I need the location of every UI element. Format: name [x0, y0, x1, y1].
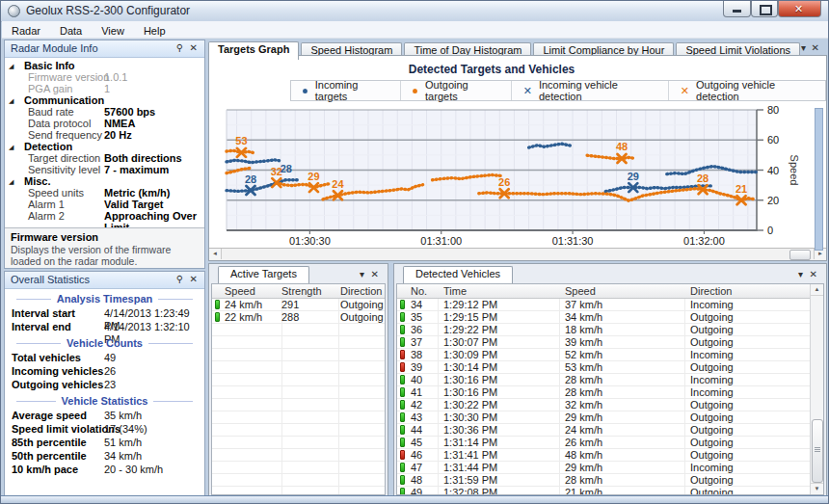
cell: Outgoing — [690, 424, 734, 437]
chart-horizontal-scrollbar[interactable]: ◄ ► — [209, 248, 826, 260]
property-row[interactable]: Send frequency20 Hz — [5, 129, 204, 141]
group-label: Detection — [24, 141, 72, 152]
property-group[interactable]: ◢Detection — [5, 141, 204, 152]
cell: 52 km/h — [565, 349, 602, 361]
svg-text:28: 28 — [281, 163, 292, 174]
stats-row: Interval end4/14/2013 1:32:10 PM — [5, 321, 204, 333]
maximize-button[interactable] — [751, 1, 778, 17]
column-header-no[interactable]: No. — [411, 285, 427, 297]
property-group[interactable]: ◢Basic Info — [5, 60, 204, 71]
chevron-down-icon[interactable]: ▾ — [360, 269, 364, 279]
cell: 47 — [411, 462, 422, 474]
stats-row: 10 km/h pace20 - 30 km/h — [5, 464, 204, 476]
property-row[interactable]: Baud rate57600 bps — [5, 106, 204, 118]
property-group[interactable]: ◢Misc. — [5, 175, 204, 187]
property-row[interactable]: Firmware version1.0.1 — [5, 71, 204, 83]
close-icon[interactable]: ✕ — [810, 269, 817, 279]
chevron-down-icon[interactable]: ▾ — [798, 269, 803, 279]
column-header-time[interactable]: Time — [443, 285, 467, 297]
close-icon[interactable]: ✕ — [371, 269, 379, 279]
detected-vehicle-row[interactable]: 441:30:36 PM24 km/hOutgoing — [397, 424, 811, 437]
detected-vehicle-row[interactable]: 341:29:12 PM37 km/hIncoming — [397, 299, 811, 311]
chevron-down-icon[interactable]: ▾ — [801, 42, 806, 53]
tab-targets-graph[interactable]: Targets Graph — [208, 41, 299, 60]
property-row[interactable]: PGA gain1 — [5, 83, 204, 94]
column-header-direction[interactable]: Direction — [690, 285, 732, 297]
cell: 43 — [411, 411, 422, 424]
tab-active-targets[interactable]: Active Targets — [218, 266, 309, 283]
menu-item-data[interactable]: Data — [50, 24, 92, 37]
stats-value: 34 km/h — [104, 450, 142, 463]
detected-vehicle-row[interactable]: 411:30:16 PM28 km/hIncoming — [397, 386, 811, 399]
active-targets-header: SpeedStrengthDirection — [212, 284, 385, 299]
property-row[interactable]: Target directionBoth directions — [5, 152, 204, 164]
svg-text:28: 28 — [697, 172, 709, 184]
scroll-up-icon[interactable]: ▲ — [811, 284, 823, 296]
active-target-row[interactable]: 24 km/h291Outgoing — [212, 299, 385, 311]
detected-vehicle-row[interactable]: 451:31:14 PM26 km/hOutgoing — [397, 437, 811, 449]
column-header-direction[interactable]: Direction — [340, 285, 382, 297]
scroll-left-icon[interactable]: ◄ — [209, 249, 222, 259]
detected-vehicle-row[interactable]: 491:32:08 PM21 km/hOutgoing — [397, 487, 811, 495]
detected-vehicle-row[interactable]: 381:30:09 PM52 km/hIncoming — [397, 349, 811, 361]
detected-vehicle-row[interactable]: 421:30:22 PM32 km/hOutgoing — [397, 399, 811, 411]
property-value: NMEA — [104, 118, 135, 129]
column-header-speed[interactable]: Speed — [225, 285, 255, 297]
status-bar-green — [400, 425, 405, 435]
scrollbar-thumb[interactable] — [812, 419, 823, 483]
cell: 288 — [281, 311, 299, 324]
close-icon[interactable]: ✕ — [812, 42, 819, 53]
detected-vehicle-row[interactable]: 361:29:22 PM18 km/hOutgoing — [397, 324, 811, 336]
property-value: Valid Target — [104, 199, 164, 210]
active-target-row[interactable]: 22 km/h288Outgoing — [212, 311, 385, 324]
chart-vertical-scrollbar[interactable] — [815, 108, 823, 251]
stats-label: Interval end — [12, 321, 71, 333]
property-label: Send frequency — [28, 129, 102, 141]
property-label: PGA gain — [28, 83, 72, 94]
property-row[interactable]: Alarm 1Valid Target — [5, 199, 204, 210]
scrollbar-thumb[interactable] — [789, 250, 811, 260]
detected-vehicle-row[interactable]: 431:30:30 PM29 km/hOutgoing — [397, 411, 811, 424]
detected-vehicles-scrollbar[interactable]: ▲ ▼ — [810, 284, 823, 494]
cell: 26 km/h — [565, 437, 602, 449]
detected-vehicle-row[interactable]: 471:31:44 PM29 km/hIncoming — [397, 462, 811, 474]
menu-item-view[interactable]: View — [92, 24, 134, 37]
property-row[interactable]: Alarm 2Approaching Over Limit — [5, 210, 204, 222]
cell: 37 km/h — [565, 299, 602, 311]
cell: Incoming — [690, 386, 734, 399]
detected-vehicle-row[interactable]: 351:29:15 PM34 km/hOutgoing — [397, 311, 811, 324]
cell: 1:30:14 PM — [443, 361, 497, 374]
menu-item-help[interactable]: Help — [134, 24, 175, 37]
cell: 48 — [411, 474, 422, 487]
stats-value: 26 — [104, 365, 116, 378]
column-header-speed[interactable]: Speed — [565, 285, 596, 297]
maximize-icon — [760, 5, 772, 15]
detected-vehicle-row[interactable]: 391:30:14 PM53 km/hOutgoing — [397, 361, 811, 374]
detected-vehicle-row[interactable]: 371:30:07 PM39 km/hOutgoing — [397, 336, 811, 349]
svg-text:53: 53 — [235, 135, 247, 146]
property-row[interactable]: Data protocolNMEA — [5, 118, 204, 129]
close-icon[interactable]: ✕ — [190, 274, 198, 285]
tab-detected-vehicles[interactable]: Detected Vehicles — [403, 266, 513, 283]
property-description: Firmware version Displays the version of… — [5, 227, 204, 268]
pin-icon[interactable]: ⚲ — [176, 274, 183, 285]
detected-vehicle-row[interactable]: 401:30:16 PM28 km/hIncoming — [397, 374, 811, 386]
detected-vehicle-row[interactable]: 461:31:41 PM48 km/hOutgoing — [397, 449, 811, 462]
detected-vehicle-row[interactable]: 481:31:59 PM28 km/hOutgoing — [397, 474, 811, 487]
cell: Outgoing — [690, 437, 734, 449]
property-group[interactable]: ◢Communication — [5, 94, 204, 106]
minimize-button[interactable] — [723, 1, 751, 17]
menu-item-radar[interactable]: Radar — [2, 24, 50, 37]
svg-text:24: 24 — [332, 178, 344, 190]
stats-row: Average speed35 km/h — [5, 410, 204, 422]
cell: 1:30:16 PM — [443, 386, 497, 399]
scroll-down-icon[interactable]: ▼ — [811, 483, 823, 494]
property-row[interactable]: Sensitivity level7 - maximum — [5, 164, 204, 175]
property-row[interactable]: Speed unitsMetric (km/h) — [5, 187, 204, 199]
column-header-strength[interactable]: Strength — [281, 285, 322, 297]
cell: Outgoing — [690, 399, 734, 411]
pin-icon[interactable]: ⚲ — [176, 42, 183, 54]
close-button[interactable]: ✕ — [778, 1, 821, 17]
title-bar[interactable]: Geolux RSS-2-300 Configurator ✕ — [1, 1, 829, 22]
close-icon[interactable]: ✕ — [190, 42, 198, 54]
